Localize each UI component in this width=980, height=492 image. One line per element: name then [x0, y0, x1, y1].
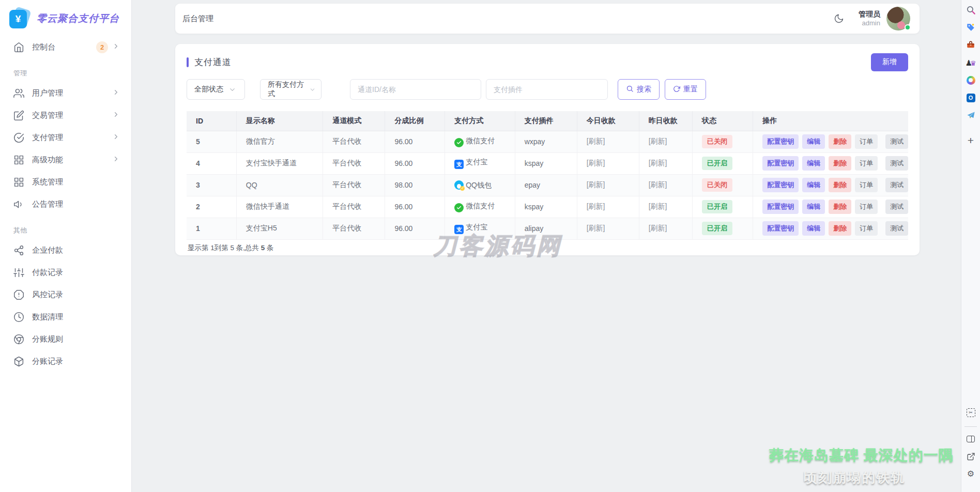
edit-button[interactable]: 编辑 — [802, 199, 825, 214]
home-icon — [13, 42, 24, 53]
cell-pay-method: 支支付宝 — [445, 152, 515, 174]
test-button[interactable]: 测试 — [885, 178, 908, 192]
topbar: 后台管理 管理员 admin — [175, 4, 920, 34]
edit-button[interactable]: 编辑 — [802, 156, 825, 171]
yesterday-income-refresh-link[interactable]: [刷新] — [649, 180, 667, 189]
sidebar-item-split-records[interactable]: 分账记录 — [0, 350, 131, 373]
loop-icon[interactable] — [965, 74, 976, 86]
split-view-icon[interactable] — [965, 433, 976, 444]
chess-icon[interactable]: ♟♛ — [965, 57, 976, 68]
search-button[interactable]: 搜索 — [618, 79, 660, 100]
sidebar-item-risk-control-records[interactable]: 风控记录 — [0, 284, 131, 306]
toolbox-icon[interactable] — [965, 39, 976, 51]
yesterday-income-refresh-link[interactable]: [刷新] — [649, 224, 667, 232]
yesterday-income-refresh-link[interactable]: [刷新] — [649, 202, 667, 210]
test-button[interactable]: 测试 — [885, 221, 908, 236]
cell-display-name: 微信官方 — [236, 131, 323, 152]
order-button[interactable]: 订单 — [855, 134, 878, 149]
today-income-refresh-link[interactable]: [刷新] — [587, 224, 605, 232]
add-icon[interactable]: + — [965, 134, 976, 146]
sidebar-item-split-rules[interactable]: 分账规则 — [0, 328, 131, 350]
yesterday-income-refresh-link[interactable]: [刷新] — [649, 159, 667, 167]
order-button[interactable]: 订单 — [855, 178, 878, 192]
status-badge: 已关闭 — [702, 178, 732, 192]
test-button[interactable]: 测试 — [885, 199, 908, 214]
pay-method-label: 微信支付 — [466, 202, 495, 210]
pay-method-select[interactable]: 所有支付方式 — [260, 79, 321, 100]
channel-id-input[interactable] — [350, 79, 481, 100]
sidebar-item-payment-management[interactable]: 支付管理 — [0, 127, 131, 149]
status-badge: 已关闭 — [702, 135, 732, 148]
sidebar-item-system-management[interactable]: 系统管理 — [0, 171, 131, 193]
cell-today-income: [刷新] — [577, 152, 639, 174]
test-button[interactable]: 测试 — [885, 156, 908, 171]
alert-octagon-icon — [13, 289, 24, 300]
chevron-right-icon — [112, 42, 120, 52]
plugin-input[interactable] — [486, 79, 608, 100]
moon-icon[interactable] — [834, 13, 845, 24]
cell-channel-mode: 平台代收 — [323, 218, 385, 239]
sidebar-item-enterprise-payment[interactable]: 企业付款 — [0, 239, 131, 262]
sidebar-item-label: 数据清理 — [32, 312, 63, 322]
edit-button[interactable]: 编辑 — [802, 178, 825, 192]
yesterday-income-refresh-link[interactable]: [刷新] — [649, 137, 667, 145]
delete-button[interactable]: 删除 — [829, 134, 851, 149]
tag-icon[interactable] — [965, 22, 976, 33]
config-key-button[interactable]: 配置密钥 — [762, 178, 799, 192]
config-key-button[interactable]: 配置密钥 — [762, 221, 799, 236]
sidebar-item-label: 分账记录 — [32, 357, 63, 366]
add-button[interactable]: 新增 — [871, 53, 908, 71]
config-key-button[interactable]: 配置密钥 — [762, 199, 799, 214]
test-button[interactable]: 测试 — [885, 134, 908, 149]
grid-icon — [13, 177, 24, 188]
channels-table: ID显示名称通道模式分成比例支付方式支付插件今日收款昨日收款状态操作 5微信官方… — [187, 111, 908, 240]
sidebar-item-data-cleanup[interactable]: 数据清理 — [0, 306, 131, 328]
config-key-button[interactable]: 配置密钥 — [762, 156, 799, 171]
settings-icon[interactable]: ⚙ — [965, 468, 976, 480]
today-income-refresh-link[interactable]: [刷新] — [587, 202, 605, 210]
cell-yesterday-income: [刷新] — [639, 174, 692, 196]
order-button[interactable]: 订单 — [855, 156, 878, 171]
search-button-label: 搜索 — [637, 85, 651, 94]
pay-method-select-value: 所有支付方式 — [268, 80, 308, 99]
delete-button[interactable]: 删除 — [829, 221, 851, 236]
order-button[interactable]: 订单 — [855, 199, 878, 214]
snip-icon[interactable]: ✂ — [965, 407, 976, 418]
cell-display-name: 支付宝快手通道 — [236, 152, 323, 174]
sidebar-item-console[interactable]: 控制台2 — [0, 36, 131, 58]
pagination-text: 条 — [265, 244, 273, 252]
reset-button[interactable]: 重置 — [665, 79, 706, 100]
telegram-icon[interactable] — [965, 110, 976, 121]
sidebar-item-label: 付款记录 — [32, 268, 63, 278]
external-link-icon[interactable] — [965, 451, 976, 462]
sidebar-item-trade-management[interactable]: 交易管理 — [0, 104, 131, 127]
status-badge: 已开启 — [702, 222, 732, 235]
delete-button[interactable]: 删除 — [829, 156, 851, 171]
subtitle-line1: 葬在海岛墓碑 最深处的一隅 — [769, 445, 940, 465]
grid-icon — [13, 155, 24, 165]
sidebar-item-announcement-management[interactable]: 公告管理 — [0, 193, 131, 216]
notification-badge: 2 — [96, 41, 108, 53]
sidebar-item-advanced-features[interactable]: 高级功能 — [0, 149, 131, 171]
cell-id: 3 — [187, 174, 236, 196]
today-income-refresh-link[interactable]: [刷新] — [587, 137, 605, 145]
search-icon[interactable] — [965, 4, 976, 16]
edit-button[interactable]: 编辑 — [802, 221, 825, 236]
config-key-button[interactable]: 配置密钥 — [762, 134, 799, 149]
avatar[interactable] — [886, 7, 910, 30]
column-header-channel-mode: 通道模式 — [323, 111, 385, 131]
delete-button[interactable]: 删除 — [829, 178, 851, 192]
outlook-icon[interactable]: O — [965, 92, 976, 103]
title-accent-bar — [187, 57, 189, 67]
delete-button[interactable]: 删除 — [829, 199, 851, 214]
today-income-refresh-link[interactable]: [刷新] — [587, 180, 605, 189]
edit-button[interactable]: 编辑 — [802, 134, 825, 149]
sidebar-item-payment-records[interactable]: 付款记录 — [0, 262, 131, 284]
order-button[interactable]: 订单 — [855, 221, 878, 236]
today-income-refresh-link[interactable]: [刷新] — [587, 159, 605, 167]
sidebar-item-user-management[interactable]: 用户管理 — [0, 82, 131, 104]
chevron-right-icon — [112, 155, 120, 165]
status-select[interactable]: 全部状态 — [187, 79, 245, 100]
cell-yesterday-income: [刷新] — [639, 196, 692, 218]
cell-today-income: [刷新] — [577, 196, 639, 218]
